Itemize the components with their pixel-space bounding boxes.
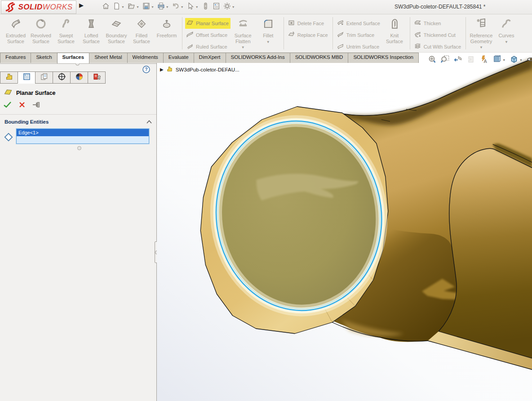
listbox-resize-grip[interactable] xyxy=(77,146,81,150)
ribbon-button-boundary-surface[interactable]: Boundary Surface xyxy=(104,16,129,44)
rebuild-button[interactable] xyxy=(201,1,210,12)
knit-surface-icon xyxy=(389,18,400,31)
dropdown-arrow-icon[interactable]: ▼ xyxy=(519,58,523,62)
print-button[interactable]: ▼ xyxy=(156,1,170,12)
dropdown-arrow-icon[interactable]: ▼ xyxy=(479,45,483,49)
dropdown-arrow-icon[interactable]: ▼ xyxy=(266,40,270,44)
panel-divider xyxy=(0,114,156,115)
section-view-button[interactable] xyxy=(466,55,475,65)
select-button[interactable]: ▼ xyxy=(186,1,200,12)
3d-viewport[interactable]: ▶ SW3dPub-coletor-DEFAU... A▼▼ xyxy=(157,53,532,401)
save-button[interactable]: ▼ xyxy=(142,1,155,12)
heads-up-view-toolbar: A▼▼ xyxy=(427,55,532,65)
manager-tab-featuremanager-tree[interactable] xyxy=(0,71,18,84)
tab-surfaces[interactable]: Surfaces xyxy=(57,53,90,63)
ribbon-button-planar-surface[interactable]: Planar Surface xyxy=(185,18,231,29)
tab-solidworks-inspection[interactable]: SOLIDWORKS Inspection xyxy=(348,53,419,63)
open-document-button[interactable]: ▼ xyxy=(127,1,140,12)
ribbon-button-filled-surface[interactable]: Filled Surface xyxy=(129,16,154,44)
dropdown-arrow-icon[interactable]: ▼ xyxy=(502,58,505,62)
ribbon-button-extend-surface[interactable]: Extend Surface xyxy=(336,18,382,29)
help-button[interactable]: ? xyxy=(142,66,150,75)
manager-tab-inspection-manager[interactable] xyxy=(88,71,106,84)
ribbon-button-fillet[interactable]: Fillet▼ xyxy=(256,16,281,44)
ribbon-button-delete-face[interactable]: Delete Face xyxy=(287,18,330,29)
ribbon-button-offset-surface[interactable]: Offset Surface xyxy=(185,30,231,40)
curves-icon xyxy=(501,18,512,31)
tab-solidworks-add-ins[interactable]: SOLIDWORKS Add-Ins xyxy=(226,53,290,63)
file-properties-button[interactable] xyxy=(212,1,221,12)
pin-button[interactable] xyxy=(32,102,40,109)
manager-tab-configuration-manager[interactable] xyxy=(35,71,53,84)
fillet-icon xyxy=(262,18,274,31)
ribbon-button-untrim-surface[interactable]: Untrim Surface xyxy=(336,41,382,52)
ribbon-button-label: Curves xyxy=(499,33,514,39)
save-icon xyxy=(142,2,150,11)
dropdown-arrow-icon[interactable]: ▼ xyxy=(136,5,139,9)
ribbon-button-knit-surface[interactable]: Knit Surface xyxy=(382,16,407,44)
ribbon-button-thickened-cut[interactable]: Thickened Cut xyxy=(413,30,463,40)
hide-show-items-button[interactable] xyxy=(527,55,532,65)
tab-solidworks-mbd[interactable]: SOLIDWORKS MBD xyxy=(290,53,349,63)
manager-tab-dimxpertmanager[interactable] xyxy=(53,71,71,84)
undo-button[interactable]: ▼ xyxy=(171,1,185,12)
dropdown-arrow-icon[interactable]: ▼ xyxy=(505,40,508,44)
tab-sheet-metal[interactable]: Sheet Metal xyxy=(89,53,127,63)
manager-tab-propertymanager[interactable] xyxy=(18,71,35,84)
manager-tab-strip xyxy=(0,71,105,84)
ribbon-button-thicken[interactable]: Thicken xyxy=(413,18,463,29)
dropdown-arrow-icon[interactable]: ▼ xyxy=(232,5,235,9)
options-gear-button[interactable]: ▼ xyxy=(222,1,236,12)
zoom-to-fit-button[interactable] xyxy=(427,55,436,65)
ribbon-button-freeform[interactable]: Freeform xyxy=(154,16,179,39)
dropdown-arrow-icon[interactable]: ▼ xyxy=(151,5,154,9)
manager-tab-displaymanager[interactable] xyxy=(70,71,88,84)
ribbon-button-label: Thickened Cut xyxy=(424,32,456,38)
ok-button[interactable] xyxy=(4,102,12,109)
trim-surface-icon xyxy=(337,31,344,40)
dropdown-arrow-icon[interactable]: ▼ xyxy=(181,5,184,9)
tab-dimxpert[interactable]: DimXpert xyxy=(194,53,226,63)
new-document-button[interactable]: ▼ xyxy=(112,1,125,12)
ribbon-button-trim-surface[interactable]: Trim Surface xyxy=(336,30,382,40)
ribbon-button-curves[interactable]: Curves▼ xyxy=(494,16,519,44)
dropdown-arrow-icon[interactable]: ▼ xyxy=(195,5,199,9)
ribbon-group-2: Planar SurfaceOffset SurfaceRuled Surfac… xyxy=(184,15,282,51)
ribbon-button-surface-flatten[interactable]: Surface Flatten▼ xyxy=(231,16,256,49)
display-style-button[interactable]: ▼ xyxy=(510,55,523,65)
dimxpertmanager-icon xyxy=(58,72,66,83)
selection-listbox[interactable]: Edge<1> xyxy=(16,129,149,144)
tab-features[interactable]: Features xyxy=(0,53,31,63)
previous-view-button[interactable] xyxy=(453,55,462,65)
offset-surface-icon xyxy=(186,31,194,40)
ribbon-button-revolved-surface[interactable]: Revolved Surface xyxy=(28,16,53,44)
ribbon-button-label: Knit Surface xyxy=(382,33,407,44)
view-orientation-button[interactable]: ▼ xyxy=(492,55,505,65)
dropdown-arrow-icon[interactable]: ▼ xyxy=(166,5,169,9)
previous-view-icon xyxy=(453,55,462,65)
print-icon xyxy=(157,2,165,11)
tab-weldments[interactable]: Weldments xyxy=(127,53,164,63)
ribbon-button-swept-surface[interactable]: Swept Surface xyxy=(53,16,79,44)
tree-expand-arrow[interactable]: ▶ xyxy=(160,67,164,72)
ribbon-button-reference-geometry[interactable]: Reference Geometry▼ xyxy=(469,16,494,49)
dropdown-arrow-icon[interactable]: ▼ xyxy=(241,45,245,49)
ribbon-button-label: Cut With Surface xyxy=(424,44,461,49)
ribbon-button-cut-with-surface[interactable]: Cut With Surface xyxy=(413,41,463,52)
selection-list-item[interactable]: Edge<1> xyxy=(17,129,149,136)
home-button[interactable] xyxy=(101,1,111,12)
ribbon-button-replace-face[interactable]: Replace Face xyxy=(287,30,330,40)
flyout-feature-tree[interactable]: ▶ SW3dPub-coletor-DEFAU... xyxy=(160,66,239,73)
tab-sketch[interactable]: Sketch xyxy=(31,53,57,63)
bounding-entities-section-header[interactable]: Bounding Entities xyxy=(0,117,156,127)
annotations-lightning-button[interactable]: A xyxy=(479,55,488,65)
menu-flyout-arrow[interactable]: ▶ xyxy=(79,2,84,9)
ribbon-button-ruled-surface[interactable]: Ruled Surface xyxy=(185,41,231,52)
section-title: Bounding Entities xyxy=(4,119,146,125)
cancel-button[interactable] xyxy=(19,102,25,109)
ribbon-button-lofted-surface[interactable]: Lofted Surface xyxy=(79,16,104,44)
dropdown-arrow-icon[interactable]: ▼ xyxy=(121,5,124,9)
ribbon-button-extruded-surface[interactable]: Extruded Surface xyxy=(3,16,28,44)
zoom-to-area-button[interactable] xyxy=(440,55,449,65)
tab-evaluate[interactable]: Evaluate xyxy=(163,53,194,63)
